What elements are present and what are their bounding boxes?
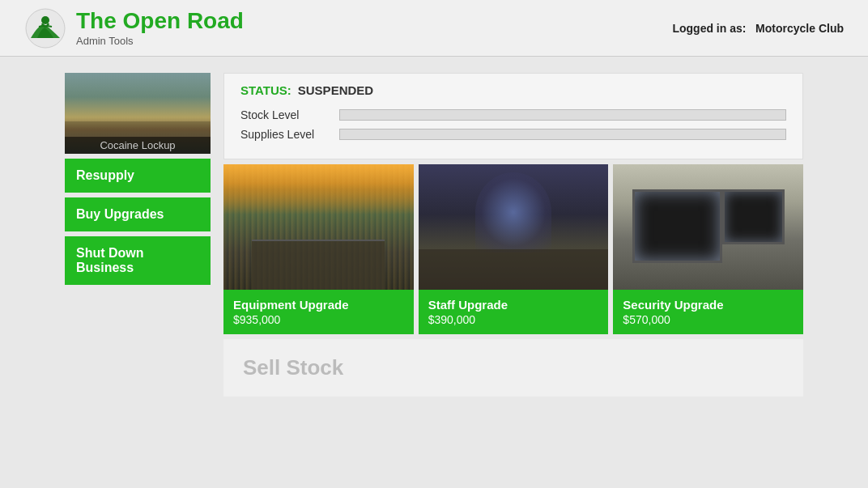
header-title: The Open Road [76, 9, 244, 34]
sidebar: Cocaine Lockup Resupply Buy Upgrades Shu… [65, 73, 211, 397]
header-login: Logged in as: Motorcycle Club [672, 22, 844, 35]
staff-upgrade-image [419, 164, 609, 290]
equipment-upgrade-name: Equipment Upgrade [233, 298, 404, 312]
supplies-level-row: Supplies Level [240, 128, 786, 141]
sell-title: Sell Stock [243, 355, 784, 380]
header: The Open Road Admin Tools Logged in as: … [0, 0, 868, 57]
buy-upgrades-button[interactable]: Buy Upgrades [65, 197, 211, 231]
staff-upgrade-card[interactable]: Staff Upgrade $390,000 [419, 164, 609, 334]
staff-upgrade-price: $390,000 [428, 313, 599, 326]
business-image: Cocaine Lockup [65, 73, 211, 154]
business-label: Cocaine Lockup [65, 137, 211, 154]
equipment-upgrade-card[interactable]: Equipment Upgrade $935,000 [223, 164, 414, 334]
stock-level-label: Stock Level [240, 108, 330, 121]
header-left: The Open Road Admin Tools [24, 7, 244, 49]
upgrades-section: Equipment Upgrade $935,000 Staff Upgrade… [223, 164, 803, 334]
logged-in-label: Logged in as: [672, 22, 746, 35]
header-title-block: The Open Road Admin Tools [76, 9, 244, 48]
security-upgrade-price: $570,000 [623, 313, 794, 326]
equipment-upgrade-image [223, 164, 414, 290]
status-bar: STATUS: SUSPENDED Stock Level Supplies L… [223, 73, 803, 159]
supplies-level-label: Supplies Level [240, 128, 330, 141]
logged-in-user: Motorcycle Club [755, 22, 844, 35]
content: STATUS: SUSPENDED Stock Level Supplies L… [223, 73, 803, 397]
stock-level-bar [339, 109, 786, 121]
staff-upgrade-info: Staff Upgrade $390,000 [419, 290, 609, 334]
status-label: STATUS: [240, 83, 291, 97]
status-line: STATUS: SUSPENDED [240, 83, 786, 97]
resupply-button[interactable]: Resupply [65, 159, 211, 193]
security-upgrade-card[interactable]: Security Upgrade $570,000 [613, 164, 803, 334]
shut-down-button[interactable]: Shut Down Business [65, 236, 211, 285]
security-upgrade-info: Security Upgrade $570,000 [613, 290, 803, 334]
supplies-level-bar [339, 129, 786, 140]
staff-upgrade-name: Staff Upgrade [428, 298, 599, 312]
sell-section: Sell Stock [223, 339, 803, 397]
stock-level-row: Stock Level [240, 108, 786, 121]
security-upgrade-image [613, 164, 803, 290]
status-value: SUSPENDED [298, 83, 373, 97]
security-upgrade-name: Security Upgrade [623, 298, 794, 312]
svg-point-1 [41, 16, 49, 24]
equipment-upgrade-info: Equipment Upgrade $935,000 [223, 290, 414, 334]
equipment-upgrade-price: $935,000 [233, 313, 404, 326]
header-subtitle: Admin Tools [76, 35, 244, 47]
main: Cocaine Lockup Resupply Buy Upgrades Shu… [0, 57, 868, 413]
logo-icon [24, 7, 66, 49]
